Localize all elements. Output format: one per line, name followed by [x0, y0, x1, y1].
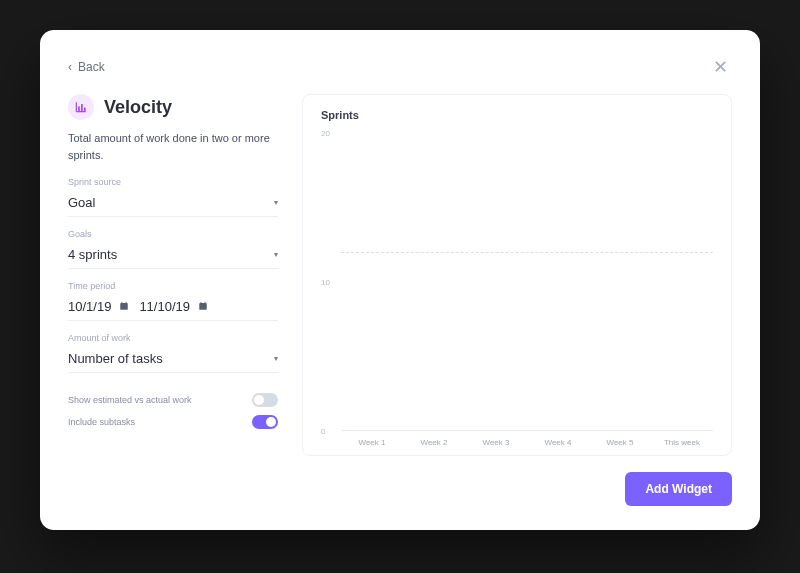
back-button[interactable]: ‹ Back — [68, 60, 105, 74]
chart-ytick: 20 — [321, 129, 330, 138]
footer: Add Widget — [302, 472, 732, 506]
label-sprint-source: Sprint source — [68, 177, 278, 187]
close-icon: ✕ — [713, 57, 728, 77]
field-sprint-source: Sprint source Goal ▾ — [68, 177, 278, 217]
chart-bars — [341, 133, 713, 431]
chart-xlabel: Week 3 — [465, 438, 527, 447]
svg-rect-9 — [199, 303, 207, 310]
label-amount: Amount of work — [68, 333, 278, 343]
bar-chart-icon — [74, 100, 88, 114]
chart-ytick: 0 — [321, 427, 325, 436]
velocity-icon — [68, 94, 94, 120]
select-goals[interactable]: 4 sprints ▾ — [68, 243, 278, 269]
chart-xlabel: Week 5 — [589, 438, 651, 447]
calendar-icon — [198, 301, 208, 313]
chevron-down-icon: ▾ — [274, 250, 278, 259]
toggle-estimated[interactable] — [252, 393, 278, 407]
page-title: Velocity — [104, 97, 172, 118]
field-goals: Goals 4 sprints ▾ — [68, 229, 278, 269]
chart-ytick: 10 — [321, 278, 330, 287]
topbar: ‹ Back ✕ — [68, 54, 732, 80]
chart-yaxis: 01020 — [321, 125, 341, 447]
chart-card: Sprints 01020 Week 1Week 2Week 3Week 4We… — [302, 94, 732, 456]
chevron-down-icon: ▾ — [274, 354, 278, 363]
body: Velocity Total amount of work done in tw… — [68, 94, 732, 506]
date-range: 10/1/19 11/10/19 — [68, 295, 278, 321]
toggle-row-subtasks: Include subtasks — [68, 415, 278, 429]
toggle-subtasks[interactable] — [252, 415, 278, 429]
widget-config-card: ‹ Back ✕ Velocity Total a — [40, 30, 760, 530]
add-widget-button[interactable]: Add Widget — [625, 472, 732, 506]
date-from-value: 10/1/19 — [68, 299, 111, 314]
field-amount: Amount of work Number of tasks ▾ — [68, 333, 278, 373]
back-label: Back — [78, 60, 105, 74]
chevron-left-icon: ‹ — [68, 60, 72, 74]
chart-xlabels: Week 1Week 2Week 3Week 4Week 5This week — [341, 438, 713, 447]
select-value: Number of tasks — [68, 351, 163, 366]
svg-rect-4 — [84, 108, 86, 112]
chart-xlabel: Week 1 — [341, 438, 403, 447]
date-to-input[interactable]: 11/10/19 — [139, 299, 208, 314]
svg-rect-3 — [81, 104, 83, 112]
toggle-label: Include subtasks — [68, 417, 135, 427]
select-value: 4 sprints — [68, 247, 117, 262]
label-goals: Goals — [68, 229, 278, 239]
chart-xlabel: Week 4 — [527, 438, 589, 447]
select-sprint-source[interactable]: Goal ▾ — [68, 191, 278, 217]
config-panel: Velocity Total amount of work done in tw… — [68, 94, 278, 506]
heading: Velocity — [68, 94, 278, 120]
chart-plot: 01020 Week 1Week 2Week 3Week 4Week 5This… — [321, 125, 713, 447]
chart-title: Sprints — [321, 109, 713, 121]
close-button[interactable]: ✕ — [709, 54, 732, 80]
date-to-value: 11/10/19 — [139, 299, 190, 314]
date-from-input[interactable]: 10/1/19 — [68, 299, 129, 314]
chart-xlabel: Week 2 — [403, 438, 465, 447]
select-amount[interactable]: Number of tasks ▾ — [68, 347, 278, 373]
label-time-period: Time period — [68, 281, 278, 291]
chart-panel: Sprints 01020 Week 1Week 2Week 3Week 4We… — [302, 94, 732, 506]
calendar-icon — [119, 301, 129, 313]
field-time-period: Time period 10/1/19 11/10/19 — [68, 281, 278, 321]
subtitle: Total amount of work done in two or more… — [68, 130, 278, 163]
chevron-down-icon: ▾ — [274, 198, 278, 207]
toggle-row-estimated: Show estimated vs actual work — [68, 393, 278, 407]
toggle-label: Show estimated vs actual work — [68, 395, 192, 405]
chart-xlabel: This week — [651, 438, 713, 447]
chart-plot-area: Week 1Week 2Week 3Week 4Week 5This week — [341, 125, 713, 447]
svg-rect-2 — [78, 106, 80, 111]
select-value: Goal — [68, 195, 95, 210]
